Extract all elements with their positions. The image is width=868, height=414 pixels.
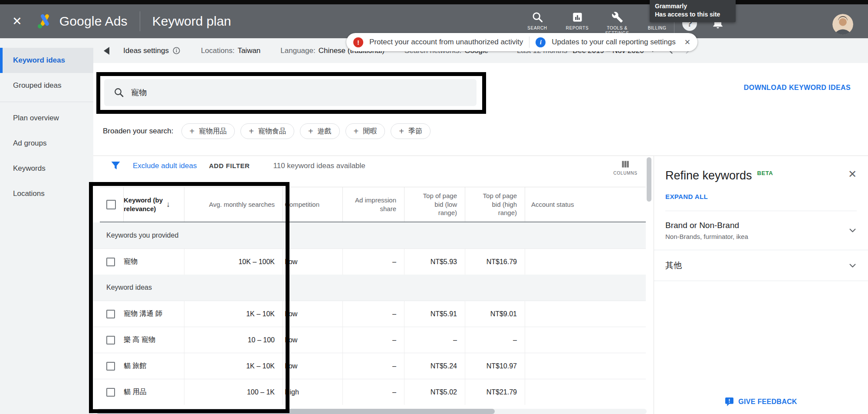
refine-keywords-panel: Refine keywords BETA ✕ EXPAND ALL Brand … [654, 156, 868, 414]
horizontal-scrollbar-thumb[interactable] [96, 409, 495, 414]
avatar[interactable] [832, 14, 853, 35]
download-keyword-ideas-link[interactable]: DOWNLOAD KEYWORD IDEAS [744, 84, 851, 92]
cell-bid-low: NT$5.24 [404, 353, 465, 379]
grammarly-subtitle: Has access to this site [655, 10, 730, 19]
broaden-chip[interactable]: +寵物用品 [181, 123, 235, 139]
cell-bid-high: NT$16.79 [465, 249, 525, 275]
cell-bid-high: NT$9.01 [465, 301, 525, 327]
sidebar-item-label: Plan overview [13, 114, 59, 123]
sidebar-item-grouped-ideas[interactable]: Grouped ideas [0, 73, 93, 98]
cell-keyword: 貓 用品 [124, 388, 146, 397]
cell-keyword: 樂 高 寵物 [124, 335, 155, 344]
col-avg-monthly-searches[interactable]: Avg. monthly searches [209, 200, 275, 209]
beta-badge: BETA [757, 170, 773, 176]
broaden-chip[interactable]: +寵物食品 [240, 123, 294, 139]
row-checkbox[interactable] [106, 258, 115, 266]
refine-group[interactable]: 其他 [654, 250, 868, 281]
feedback-icon [725, 397, 734, 406]
row-checkbox[interactable] [106, 336, 115, 344]
avatar-image [832, 14, 853, 35]
broaden-chips: +寵物用品+寵物食品+遊戲+閒暇+季節 [181, 123, 431, 139]
chip-label: 季節 [408, 127, 422, 136]
sort-descending-icon[interactable]: ↓ [166, 200, 170, 209]
close-icon[interactable]: ✕ [12, 16, 22, 27]
chevron-down-icon[interactable] [848, 262, 857, 270]
pill-close-icon[interactable]: ✕ [684, 38, 690, 47]
chevron-down-icon[interactable] [848, 226, 857, 235]
row-checkbox[interactable] [106, 362, 115, 371]
cell-account-status [525, 327, 647, 353]
sidebar-item-keyword-ideas[interactable]: Keyword ideas [0, 48, 93, 73]
broaden-chip[interactable]: +季節 [391, 123, 431, 139]
col-top-bid-low[interactable]: Top of page bid (low range) [417, 192, 457, 217]
sidebar-item-label: Grouped ideas [13, 81, 62, 90]
cell-bid-low: NT$5.93 [404, 249, 465, 275]
refine-close-icon[interactable]: ✕ [848, 169, 857, 179]
panel-divider [654, 281, 868, 281]
broaden-search-row: Broaden your search: +寵物用品+寵物食品+遊戲+閒暇+季節 [103, 123, 431, 139]
nav-label: SEARCH [522, 26, 553, 31]
col-account-status[interactable]: Account status [531, 201, 574, 208]
search-query: 寵物 [131, 87, 147, 98]
cell-searches: 1K – 10K [184, 353, 283, 379]
cell-bid-low: – [404, 327, 465, 353]
tools-settings-nav-button[interactable]: TOOLS & SETTINGS [600, 11, 635, 36]
plus-icon: + [249, 127, 254, 136]
give-feedback-button[interactable]: GIVE FEEDBACK [654, 397, 868, 406]
row-checkbox[interactable] [106, 310, 115, 318]
cell-account-status [525, 249, 647, 275]
back-arrow-icon[interactable] [104, 47, 109, 55]
cell-impression-share: – [343, 353, 404, 379]
sidebar-item-plan-overview[interactable]: Plan overview [0, 106, 93, 131]
broaden-chip[interactable]: +閒暇 [345, 123, 385, 139]
cell-bid-high: NT$10.97 [465, 353, 525, 379]
header-divider [140, 11, 140, 31]
table-row: 寵物10K – 100KLow–NT$5.93NT$16.79 [93, 248, 647, 275]
cell-competition: Low [283, 249, 343, 275]
info-icon: i [536, 37, 546, 47]
google-ads-logo [35, 13, 54, 30]
col-keyword[interactable]: Keyword (by relevance) [124, 196, 164, 213]
refine-group[interactable]: Brand or Non-BrandNon-Brands, furminator… [654, 211, 868, 250]
ideas-settings-label[interactable]: Ideas settings [123, 46, 169, 55]
search-icon [114, 87, 124, 98]
alert-text[interactable]: Protect your account from unauthorized a… [369, 38, 523, 46]
col-competition[interactable]: Competition [285, 200, 319, 209]
cell-account-status [525, 379, 647, 405]
table-row: 寵物 溝通 師1K – 10KLow–NT$5.91NT$9.01 [93, 301, 647, 327]
info-text[interactable]: Updates to your call reporting settings [552, 38, 675, 46]
columns-label: COLUMNS [613, 171, 638, 176]
table-section-row: Keywords you provided [93, 222, 647, 248]
reports-nav-button[interactable]: REPORTS [560, 11, 595, 36]
plus-icon: + [399, 127, 404, 136]
col-ad-impression-share[interactable]: Ad impression share [355, 196, 396, 213]
select-all-checkbox[interactable] [106, 200, 116, 209]
row-checkbox[interactable] [106, 388, 115, 397]
sidebar-item-keywords[interactable]: Keywords [0, 156, 93, 181]
vertical-scrollbar-thumb[interactable] [647, 157, 651, 202]
cell-competition: Low [283, 327, 343, 353]
cell-bid-low: NT$5.02 [404, 379, 465, 405]
col-top-bid-high[interactable]: Top of page bid (high range) [477, 192, 517, 217]
search-nav-button[interactable]: SEARCH [520, 11, 555, 36]
cell-keyword: 寵物 溝通 師 [124, 309, 162, 318]
broaden-chip[interactable]: +遊戲 [300, 123, 340, 139]
add-filter-button[interactable]: ADD FILTER [209, 162, 250, 169]
cell-impression-share: – [343, 249, 404, 275]
expand-all-button[interactable]: EXPAND ALL [665, 193, 857, 200]
sidebar-item-ad-groups[interactable]: Ad groups [0, 131, 93, 156]
locations-value[interactable]: Taiwan [237, 46, 260, 55]
keyword-search-input[interactable]: 寵物 [104, 79, 477, 106]
page-title: Keyword plan [152, 14, 231, 29]
top-strip [0, 0, 868, 4]
sidebar-item-label: Keywords [13, 164, 46, 173]
columns-button[interactable]: COLUMNS [610, 160, 641, 176]
nav-label: BILLING [641, 26, 673, 31]
exclude-adult-ideas-link[interactable]: Exclude adult ideas [133, 162, 197, 170]
table-row: 貓 用品100 – 1KHigh–NT$5.02NT$21.79 [93, 379, 647, 405]
cell-bid-high: – [465, 327, 525, 353]
info-icon[interactable] [173, 47, 180, 54]
filter-funnel-icon[interactable] [111, 161, 121, 171]
sidebar-item-locations[interactable]: Locations [0, 181, 93, 206]
broaden-label: Broaden your search: [103, 127, 174, 136]
